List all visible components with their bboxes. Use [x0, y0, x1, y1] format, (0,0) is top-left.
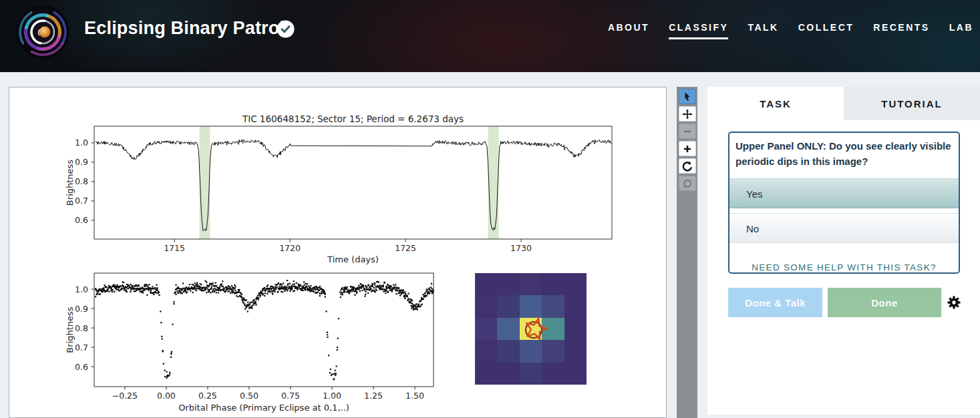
- project-logo-icon[interactable]: [15, 5, 70, 59]
- svg-text:1.0: 1.0: [75, 138, 88, 148]
- svg-text:1725: 1725: [395, 243, 416, 253]
- task-tabs: TASK TUTORIAL: [707, 87, 980, 120]
- minus-icon: [682, 126, 693, 137]
- svg-text:0.7: 0.7: [75, 196, 88, 206]
- svg-text:0.8: 0.8: [75, 176, 88, 186]
- viewer-toolbar: [677, 87, 697, 418]
- main-nav: ABOUT CLASSIFY TALK COLLECT RECENTS LAB: [608, 22, 973, 39]
- move-tool-button[interactable]: [679, 106, 696, 122]
- page: Eclipsing Binary Patrol ABOUT CLASSIFY T…: [0, 0, 980, 418]
- zoom-out-button[interactable]: [679, 124, 696, 139]
- nav-talk[interactable]: TALK: [748, 22, 778, 39]
- classification-actions: Done & Talk Done: [728, 288, 969, 317]
- svg-text:0.25: 0.25: [198, 391, 217, 401]
- svg-text:1730: 1730: [510, 243, 532, 253]
- plus-icon: [682, 144, 693, 154]
- svg-text:−0.25: −0.25: [112, 391, 138, 401]
- tab-tutorial[interactable]: TUTORIAL: [844, 87, 980, 120]
- svg-text:1.25: 1.25: [364, 391, 383, 401]
- svg-text:Orbital Phase (Primary Eclipse: Orbital Phase (Primary Eclipse at 0,1,..…: [178, 403, 349, 413]
- subject-viewer[interactable]: TIC 160648152; Sector 15; Period = 6.267…: [9, 87, 667, 418]
- svg-text:0.50: 0.50: [240, 391, 259, 401]
- reset-view-button[interactable]: [679, 176, 696, 191]
- target-star-icon: [475, 273, 587, 385]
- task-question-box: Upper Panel ONLY: Do you see clearly vis…: [728, 132, 960, 274]
- answer-yes-label: Yes: [746, 188, 762, 200]
- svg-text:0.00: 0.00: [157, 391, 176, 401]
- svg-text:Brightness: Brightness: [65, 160, 75, 206]
- svg-text:0.6: 0.6: [75, 362, 88, 372]
- nav-lab[interactable]: LAB: [949, 22, 973, 39]
- svg-text:0.9: 0.9: [75, 157, 88, 167]
- approved-badge-icon: [277, 20, 295, 38]
- svg-text:0.8: 0.8: [75, 323, 88, 333]
- answer-no-label: No: [746, 223, 759, 234]
- tab-task[interactable]: TASK: [707, 87, 844, 120]
- task-question: Upper Panel ONLY: Do you see clearly vis…: [729, 133, 959, 169]
- nav-recents[interactable]: RECENTS: [873, 22, 929, 39]
- svg-text:1.00: 1.00: [323, 391, 341, 401]
- annotate-tool-button[interactable]: [679, 89, 696, 104]
- task-panel: TASK TUTORIAL Upper Panel ONLY: Do you s…: [707, 87, 980, 415]
- svg-text:1.0: 1.0: [75, 284, 88, 294]
- svg-text:TIC 160648152; Sector 15; Peri: TIC 160648152; Sector 15; Period = 6.267…: [242, 114, 464, 124]
- project-header: Eclipsing Binary Patrol ABOUT CLASSIFY T…: [0, 0, 980, 72]
- answer-yes[interactable]: Yes: [729, 178, 959, 208]
- svg-text:0.75: 0.75: [281, 391, 300, 401]
- done-and-talk-button[interactable]: Done & Talk: [728, 288, 822, 317]
- svg-text:0.6: 0.6: [75, 215, 88, 225]
- gear-icon[interactable]: [947, 295, 961, 310]
- svg-text:1715: 1715: [164, 243, 185, 253]
- refresh-icon: [682, 178, 693, 189]
- svg-text:Brightness: Brightness: [65, 306, 75, 353]
- rotate-icon: [682, 161, 693, 172]
- done-button[interactable]: Done: [828, 288, 941, 317]
- svg-text:1.50: 1.50: [405, 391, 424, 401]
- move-icon: [682, 109, 693, 120]
- svg-text:1720: 1720: [279, 243, 301, 253]
- rotate-button[interactable]: [679, 158, 696, 174]
- zoom-in-button[interactable]: [679, 141, 696, 156]
- answer-no[interactable]: No: [729, 213, 959, 243]
- svg-text:Time (days): Time (days): [327, 254, 379, 264]
- svg-text:0.7: 0.7: [75, 343, 88, 353]
- task-help-link[interactable]: NEED SOME HELP WITH THIS TASK?: [729, 262, 959, 272]
- project-title[interactable]: Eclipsing Binary Patrol: [84, 18, 285, 39]
- nav-collect[interactable]: COLLECT: [798, 22, 854, 39]
- svg-text:0.9: 0.9: [75, 304, 88, 314]
- nav-classify[interactable]: CLASSIFY: [669, 22, 728, 39]
- nav-about[interactable]: ABOUT: [608, 22, 649, 39]
- cursor-icon: [682, 91, 693, 102]
